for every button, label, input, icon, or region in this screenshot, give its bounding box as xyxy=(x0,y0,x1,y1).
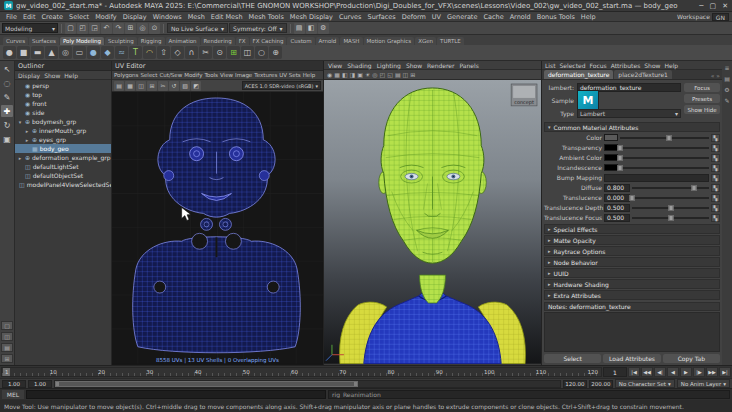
menu-item[interactable]: Mesh Tools xyxy=(246,13,287,21)
shelf-tool-icon[interactable]: ◫ xyxy=(241,46,254,59)
attribute-slider[interactable] xyxy=(620,144,709,152)
shelf-tool-icon[interactable]: T xyxy=(129,46,142,59)
playback-button[interactable]: |◀ xyxy=(628,367,640,377)
range-start-field[interactable]: 1.00 xyxy=(2,380,26,388)
slider-handle[interactable] xyxy=(618,155,623,161)
texture-map-button[interactable]: ▚ xyxy=(711,174,720,182)
attribute-value-field[interactable]: 0.500 xyxy=(604,214,630,222)
viewport-toolbar-icon[interactable]: ◎ xyxy=(372,71,377,78)
menu-item[interactable]: Display xyxy=(120,13,150,21)
shelf-tool-icon[interactable]: ◠ xyxy=(143,46,156,59)
shelf-tool-icon[interactable]: ⊞ xyxy=(227,46,240,59)
attribute-slider[interactable] xyxy=(620,154,709,162)
status-line-icon[interactable]: ⊙ xyxy=(149,23,160,34)
time-slider-track[interactable]: 1102030405060708090100110120 xyxy=(1,367,602,377)
shelf-tool-icon[interactable]: ○ xyxy=(255,46,268,59)
uv-menu-item[interactable]: Textures xyxy=(254,72,277,78)
attribute-value-field[interactable]: 0.500 xyxy=(604,204,630,212)
command-input[interactable] xyxy=(26,390,326,399)
menu-item[interactable]: Select xyxy=(66,13,92,21)
window-control-button[interactable]: ✕ xyxy=(722,2,728,10)
layout-button[interactable]: ▢ xyxy=(1,321,13,330)
notes-header[interactable]: Notes: deformation_texture xyxy=(544,302,720,311)
uv-toolbar-icon[interactable]: ↺ xyxy=(169,81,179,91)
command-output[interactable]: rig_Reanimation xyxy=(328,390,730,399)
outliner-item[interactable]: ◫ defaultLightSet xyxy=(15,162,111,171)
symmetry-dropdown[interactable]: Symmetry: Off▾ xyxy=(229,23,286,33)
layout-button[interactable]: ▤ xyxy=(1,343,13,352)
attribute-value-field[interactable]: 0.000 xyxy=(604,194,630,202)
shelf-tab[interactable]: Rigging xyxy=(138,37,165,45)
shelf-tool-icon[interactable]: ⊙ xyxy=(213,46,226,59)
uv-shell-body[interactable] xyxy=(133,233,301,352)
slider-handle[interactable] xyxy=(668,205,673,211)
collapsed-section[interactable]: ▸ Node Behavior xyxy=(544,257,720,267)
outliner-menu-item[interactable]: Show xyxy=(44,72,60,79)
shelf-tool-icon[interactable]: ● xyxy=(3,46,16,59)
expand-arrow[interactable]: ▸ xyxy=(17,155,23,161)
section-expand-arrow[interactable]: ▸ xyxy=(548,237,551,243)
menu-item[interactable]: Create xyxy=(38,13,66,21)
status-line-icon[interactable]: ⚙ xyxy=(318,23,329,34)
viewport-toolbar-icon[interactable]: ▤ xyxy=(395,71,401,78)
expand-arrow[interactable]: ▾ xyxy=(17,119,23,125)
status-line-icon[interactable]: ▤ xyxy=(294,23,305,34)
uv-menu-item[interactable]: Tools xyxy=(204,72,218,78)
viewport-toolbar-icon[interactable]: ▦ xyxy=(334,71,340,78)
attribute-editor-side-button[interactable]: Show Hide xyxy=(684,105,720,114)
slider-handle[interactable] xyxy=(618,145,623,151)
status-line-icon[interactable]: ⊞ xyxy=(125,23,136,34)
shelf-tool-icon[interactable]: ▭ xyxy=(73,46,86,59)
outliner-item[interactable]: ▾ ⊕ bodymesh_grp xyxy=(15,117,111,126)
attribute-editor-tab[interactable]: deformation_texture xyxy=(544,70,613,79)
section-expand-arrow[interactable]: ▸ xyxy=(548,226,551,232)
attribute-editor-menu-item[interactable]: Selected xyxy=(560,62,586,69)
shelf-tool-icon[interactable]: ⇧ xyxy=(157,46,170,59)
sidebar-toggle-icon[interactable]: ⚙ xyxy=(724,86,729,93)
section-expand-arrow[interactable]: ▸ xyxy=(548,270,551,276)
shelf-tab[interactable]: Poly Modeling xyxy=(60,37,104,45)
texture-map-button[interactable]: ▚ xyxy=(711,194,720,202)
menu-item[interactable]: Windows xyxy=(150,13,185,21)
outliner-item[interactable]: ◉ persp xyxy=(15,81,111,90)
playback-button[interactable]: ▶ xyxy=(680,367,692,377)
tool-button[interactable]: ↻ xyxy=(1,119,13,131)
viewport-menu-item[interactable]: View xyxy=(328,62,342,69)
outliner-menu-item[interactable]: Help xyxy=(64,72,78,79)
section-expand-arrow[interactable]: ▸ xyxy=(548,259,551,265)
shelf-tab[interactable]: MASH xyxy=(340,37,362,45)
tool-button[interactable]: ◌ xyxy=(1,77,13,89)
attribute-slider[interactable] xyxy=(632,194,709,202)
shelf-tool-icon[interactable]: ◇ xyxy=(171,46,184,59)
tool-button[interactable]: ↖ xyxy=(1,63,13,75)
menu-item[interactable]: Edit Mesh xyxy=(208,13,246,21)
menu-item[interactable]: Deform xyxy=(399,13,429,21)
shelf-tab[interactable]: Custom xyxy=(287,37,314,45)
sidebar-toggle-icon[interactable]: ≡ xyxy=(724,64,729,71)
uv-menu-item[interactable]: Cut/Sew xyxy=(159,72,182,78)
uv-menu-item[interactable]: Select xyxy=(140,72,157,78)
menu-item[interactable]: Surfaces xyxy=(365,13,399,21)
attribute-editor-menu-item[interactable]: Focus xyxy=(590,62,607,69)
uv-toolbar-icon[interactable]: ✂ xyxy=(158,81,168,91)
anim-layer-dropdown[interactable]: No Anim Layer▾ xyxy=(677,379,730,388)
uv-menu-item[interactable]: UV Sets xyxy=(279,72,300,78)
layout-button[interactable]: ◫ xyxy=(1,332,13,341)
viewport-toolbar-icon[interactable]: ◧ xyxy=(342,71,348,78)
outliner-item[interactable]: ◫ modelPanel4ViewSelectedSet xyxy=(15,180,111,189)
viewport-toolbar-icon[interactable]: ▣ xyxy=(357,71,363,78)
attribute-slider[interactable] xyxy=(632,214,709,222)
section-expand-arrow[interactable]: ▸ xyxy=(548,248,551,254)
menu-item[interactable]: Help xyxy=(578,13,599,21)
shelf-tool-icon[interactable]: ● xyxy=(87,46,100,59)
outliner-item[interactable]: ◉ top xyxy=(15,90,111,99)
shelf-tool-icon[interactable]: ≈ xyxy=(115,46,128,59)
live-surface-dropdown[interactable]: No Live Surface▾ xyxy=(167,23,228,33)
texture-map-button[interactable]: ▚ xyxy=(711,204,720,212)
sidebar-toggle-icon[interactable]: ✎ xyxy=(724,97,729,104)
uv-menu-item[interactable]: Help xyxy=(303,72,316,78)
uv-toolbar-icon[interactable]: ◫ xyxy=(136,81,146,91)
shelf-tool-icon[interactable]: ✂ xyxy=(199,46,212,59)
attribute-editor-tab[interactable]: place2dTexture1 xyxy=(614,70,672,79)
playback-button[interactable]: ▶▶ xyxy=(706,367,718,377)
